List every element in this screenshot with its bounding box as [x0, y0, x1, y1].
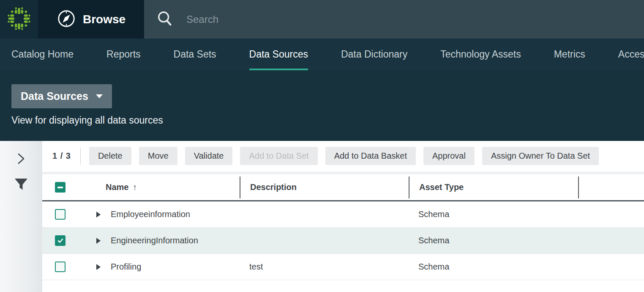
- tab-data-sets[interactable]: Data Sets: [174, 39, 216, 70]
- expand-caret-icon[interactable]: [96, 212, 101, 218]
- pagination-indicator[interactable]: 1 / 3: [52, 151, 71, 161]
- view-selector-label: Data Sources: [21, 90, 88, 102]
- toolbar-divider: [80, 148, 81, 165]
- tab-data-dictionary[interactable]: Data Dictionary: [341, 39, 407, 70]
- header-name-label: Name: [106, 182, 128, 192]
- asset-name-link[interactable]: EngineeringInformation: [111, 236, 198, 245]
- view-header-panel: Data Sources View for displaying all dat…: [0, 70, 644, 141]
- data-sources-view: 1 / 3 Delete Move Validate Add to Data S…: [42, 141, 644, 292]
- header-description[interactable]: Description: [240, 176, 409, 198]
- table-row-employeeinformation[interactable]: Employeeinformation Schema: [42, 201, 644, 228]
- tab-access[interactable]: Acces: [618, 39, 644, 70]
- magnifier-icon: [156, 10, 174, 29]
- row-checkbox-cell: [42, 262, 80, 272]
- filter-sidebar: [0, 141, 42, 292]
- row-asset-type-cell: Schema: [409, 236, 578, 245]
- row-checkbox-cell: [42, 209, 80, 220]
- row-checkbox[interactable]: [55, 209, 65, 220]
- expand-caret-icon[interactable]: [96, 238, 101, 244]
- assign-owner-to-data-set-button[interactable]: Assign Owner To Data Set: [482, 147, 599, 165]
- header-name[interactable]: Name ↑: [80, 182, 240, 192]
- row-checkbox-cell: [42, 235, 80, 246]
- approval-button[interactable]: Approval: [423, 147, 475, 165]
- brand-logo-icon: [7, 6, 31, 33]
- row-description-cell: test: [240, 262, 409, 272]
- validate-button[interactable]: Validate: [185, 147, 233, 165]
- tab-data-sources[interactable]: Data Sources: [249, 39, 308, 70]
- chevron-right-icon: [17, 160, 25, 166]
- top-bar: Browse: [0, 0, 644, 39]
- search-input[interactable]: [186, 14, 440, 25]
- header-extra-column: [578, 176, 644, 198]
- header-description-label: Description: [250, 182, 297, 192]
- header-asset-type[interactable]: Asset Type: [409, 176, 578, 198]
- row-asset-type-cell: Schema: [409, 209, 578, 219]
- row-name-cell: Profiling: [80, 262, 240, 272]
- sidebar-expand-button[interactable]: [17, 153, 25, 166]
- asset-name-link[interactable]: Profiling: [111, 262, 141, 272]
- action-toolbar: 1 / 3 Delete Move Validate Add to Data S…: [42, 141, 644, 169]
- delete-button[interactable]: Delete: [89, 147, 131, 165]
- tab-technology-assets[interactable]: Technology Assets: [440, 39, 521, 70]
- browse-label: Browse: [83, 13, 126, 26]
- content-area: 1 / 3 Delete Move Validate Add to Data S…: [0, 141, 644, 292]
- expand-caret-icon[interactable]: [96, 264, 101, 270]
- table-header: Name ↑ Description Asset Type: [42, 174, 644, 201]
- header-checkbox-cell: [42, 182, 80, 193]
- row-name-cell: Employeeinformation: [80, 209, 240, 219]
- add-to-data-basket-button[interactable]: Add to Data Basket: [325, 147, 416, 165]
- add-to-data-set-button: Add to Data Set: [240, 147, 317, 165]
- view-subtitle: View for displaying all data sources: [11, 115, 644, 126]
- browse-menu-button[interactable]: Browse: [38, 0, 144, 39]
- row-asset-type-cell: Schema: [409, 262, 578, 272]
- tab-catalog-home[interactable]: Catalog Home: [11, 39, 74, 70]
- row-name-cell: EngineeringInformation: [80, 236, 240, 245]
- catalog-nav: Catalog Home Reports Data Sets Data Sour…: [0, 39, 644, 70]
- header-asset-type-label: Asset Type: [419, 182, 464, 192]
- filter-funnel-icon: [14, 186, 28, 193]
- filter-button[interactable]: [14, 179, 28, 193]
- compass-icon: [57, 9, 76, 30]
- view-selector-button[interactable]: Data Sources: [11, 84, 112, 108]
- row-checkbox[interactable]: [55, 262, 65, 272]
- row-checkbox-checked[interactable]: [55, 235, 65, 246]
- sort-asc-icon: ↑: [133, 183, 137, 192]
- chevron-down-icon: [96, 94, 103, 98]
- app-logo[interactable]: [0, 0, 38, 39]
- tab-reports[interactable]: Reports: [106, 39, 141, 70]
- move-button[interactable]: Move: [139, 147, 177, 165]
- select-all-checkbox[interactable]: [55, 182, 65, 193]
- asset-name-link[interactable]: Employeeinformation: [111, 209, 190, 219]
- table-row-profiling[interactable]: Profiling test Schema: [42, 254, 644, 280]
- table-row-engineeringinformation[interactable]: EngineeringInformation Schema: [42, 228, 644, 254]
- search-bar: [144, 0, 644, 39]
- tab-metrics[interactable]: Metrics: [554, 39, 585, 70]
